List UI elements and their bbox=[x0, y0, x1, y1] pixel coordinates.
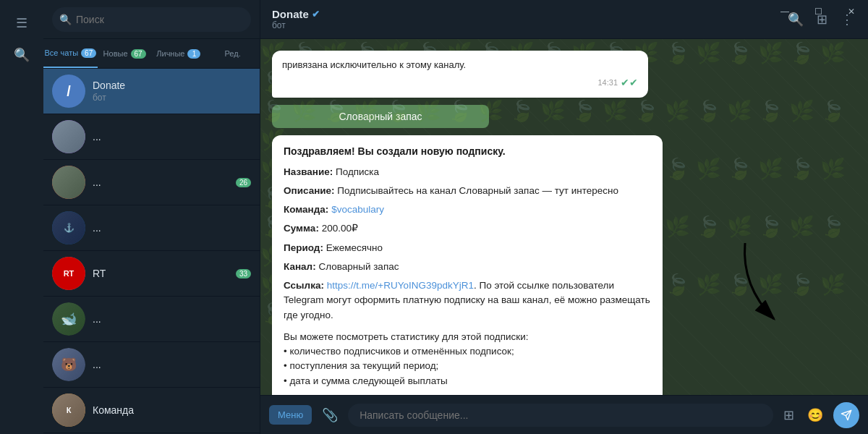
subscription-link[interactable]: https://t.me/+RUYoING39pdkYjR1 bbox=[327, 280, 474, 291]
chat-list-header: 🔍 bbox=[43, 0, 260, 39]
chat-name: Donate bbox=[93, 80, 251, 91]
section-header-text: Словарный запас bbox=[339, 111, 422, 122]
search-button[interactable]: 🔍 bbox=[4, 39, 40, 71]
read-icon: ✔✔ bbox=[621, 75, 638, 90]
hamburger-menu-button[interactable]: ☰ bbox=[4, 7, 40, 39]
message-time: 14:31 bbox=[597, 77, 618, 89]
search-icon: 🔍 bbox=[14, 47, 30, 63]
chat-messages-area: 🌿🍃🌿🍃🌿🍃🌿🍃🌿🍃🌿🍃🌿🍃🌿🍃🌿🍃🌿🍃 🍃🌿🍃🌿🍃🌿🍃🌿🍃🌿🍃🌿🍃🌿🍃🌿🍃🌿🍃… bbox=[260, 39, 868, 395]
chat-info: ... bbox=[93, 313, 251, 325]
chat-header-status: бот bbox=[272, 20, 778, 30]
chat-info: Команда bbox=[93, 404, 251, 416]
field-channel: Канал: Словарный запас bbox=[284, 260, 651, 274]
chat-info: RT bbox=[93, 268, 229, 279]
chat-info: ... bbox=[93, 131, 251, 142]
tab-all-badge: 67 bbox=[81, 48, 96, 58]
avatar bbox=[52, 166, 85, 199]
section-header-wrap: Словарный запас bbox=[272, 105, 856, 128]
field-period: Период: Ежемесячно bbox=[284, 241, 651, 255]
list-item[interactable]: / Donate бот bbox=[43, 69, 260, 114]
verified-icon: ✔ bbox=[312, 9, 320, 20]
tab-new[interactable]: Новые 67 bbox=[98, 39, 152, 68]
avatar: RT bbox=[52, 257, 85, 290]
chat-items: / Donate бот ... ... 26 bbox=[43, 69, 260, 434]
chat-preview: бот bbox=[93, 93, 251, 103]
chat-info: ... bbox=[93, 222, 251, 234]
tab-new-label: Новые bbox=[103, 49, 128, 58]
message-bubble: привязана исключительно к этому каналу. … bbox=[272, 51, 648, 98]
avatar: К bbox=[52, 393, 85, 427]
avatar bbox=[52, 120, 85, 153]
tab-personal-label: Личные bbox=[156, 49, 184, 58]
stats-item-1: • количество подписчиков и отменённых по… bbox=[284, 344, 651, 359]
section-header-button[interactable]: Словарный запас bbox=[272, 105, 489, 128]
field-amount: Сумма: 200.00₽ bbox=[284, 221, 651, 236]
close-button[interactable]: ✕ bbox=[835, 0, 868, 23]
minimize-button[interactable]: — bbox=[768, 0, 801, 23]
list-item[interactable]: RT RT 33 bbox=[43, 251, 260, 297]
chat-list: 🔍 Все чаты 67 Новые 67 Личные 1 Ред. / D… bbox=[43, 0, 260, 434]
chat-name: ... bbox=[93, 313, 251, 325]
list-item[interactable]: К Команда bbox=[43, 388, 260, 433]
tab-edit-label: Ред. bbox=[225, 49, 241, 58]
list-item[interactable]: ... 26 bbox=[43, 160, 260, 205]
search-input[interactable] bbox=[76, 14, 244, 25]
menu-button[interactable]: Меню bbox=[269, 405, 312, 425]
field-description: Описание: Подписывайтесь на канал Словар… bbox=[284, 184, 651, 198]
command-link[interactable]: $vocabulary bbox=[331, 204, 384, 215]
tab-edit[interactable]: Ред. bbox=[205, 39, 260, 68]
search-wrap[interactable]: 🔍 bbox=[52, 7, 251, 32]
unread-badge: 26 bbox=[236, 178, 251, 187]
maximize-button[interactable]: ☐ bbox=[801, 0, 835, 23]
list-item[interactable]: 🐻 ... bbox=[43, 342, 260, 388]
chat-name: ... bbox=[93, 176, 229, 188]
tab-new-badge: 67 bbox=[131, 49, 146, 59]
grid-icon[interactable]: ⊞ bbox=[780, 404, 797, 426]
chat-name: ... bbox=[93, 222, 251, 234]
tab-personal-badge: 1 bbox=[187, 49, 200, 59]
chat-tabs: Все чаты 67 Новые 67 Личные 1 Ред. bbox=[43, 39, 260, 69]
field-command: Команда: $vocabulary bbox=[284, 203, 651, 217]
list-item[interactable]: 🐋 ... bbox=[43, 297, 260, 342]
list-item[interactable]: ⚓ ... bbox=[43, 205, 260, 251]
stats-item-3: • дата и сумма следующей выплаты bbox=[284, 374, 651, 388]
chat-meta: 26 bbox=[236, 178, 251, 187]
chat-info: ... bbox=[93, 359, 251, 370]
emoji-button[interactable]: 😊 bbox=[804, 404, 826, 426]
stats-section: Вы можете посмотреть статистику для этой… bbox=[284, 330, 651, 388]
avatar: / bbox=[52, 75, 85, 108]
field-name: Название: Подписка bbox=[284, 165, 651, 179]
window-controls: — ☐ ✕ bbox=[768, 0, 868, 23]
tab-all-chats[interactable]: Все чаты 67 bbox=[43, 39, 98, 68]
avatar: 🐋 bbox=[52, 302, 85, 336]
chat-info: Donate бот bbox=[93, 80, 251, 103]
message-greeting: Поздравляем! Вы создали новую подписку. bbox=[284, 144, 651, 159]
chat-header-info: Donate ✔ бот bbox=[272, 8, 778, 30]
message-text: привязана исключительно к этому каналу. bbox=[282, 59, 466, 70]
chat-meta: 33 bbox=[236, 269, 251, 278]
attach-button[interactable]: 📎 bbox=[319, 404, 341, 426]
chat-name: ... bbox=[93, 131, 251, 142]
chat-header-name: Donate ✔ bbox=[272, 8, 778, 20]
chat-main: Donate ✔ бот 🔍 ⊞ ⋮ 🌿🍃🌿🍃🌿🍃🌿🍃🌿🍃🌿🍃🌿🍃🌿🍃🌿🍃🌿🍃 … bbox=[260, 0, 868, 434]
tab-all-label: Все чаты bbox=[45, 48, 79, 57]
menu-icon: ☰ bbox=[16, 15, 27, 31]
avatar: 🐻 bbox=[52, 348, 85, 381]
field-link: Ссылка: https://t.me/+RUYoING39pdkYjR1. … bbox=[284, 278, 651, 323]
message-input[interactable] bbox=[348, 404, 773, 427]
send-button[interactable] bbox=[833, 402, 859, 428]
arrow-annotation bbox=[731, 236, 796, 330]
unread-badge: 33 bbox=[236, 269, 251, 278]
chat-input-area: Меню 📎 ⊞ 😊 bbox=[260, 395, 868, 434]
search-icon: 🔍 bbox=[59, 14, 72, 25]
stats-item-2: • поступления за текущий период; bbox=[284, 359, 651, 373]
tab-personal[interactable]: Личные 1 bbox=[152, 39, 206, 68]
chat-name: Команда bbox=[93, 404, 251, 416]
list-item[interactable]: ... bbox=[43, 114, 260, 160]
sidebar-icons: ☰ 🔍 bbox=[0, 0, 43, 434]
send-icon bbox=[841, 409, 852, 421]
chat-info: ... bbox=[93, 176, 229, 188]
chat-name: RT bbox=[93, 268, 229, 279]
stats-header: Вы можете посмотреть статистику для этой… bbox=[284, 330, 651, 344]
chat-name: ... bbox=[93, 359, 251, 370]
